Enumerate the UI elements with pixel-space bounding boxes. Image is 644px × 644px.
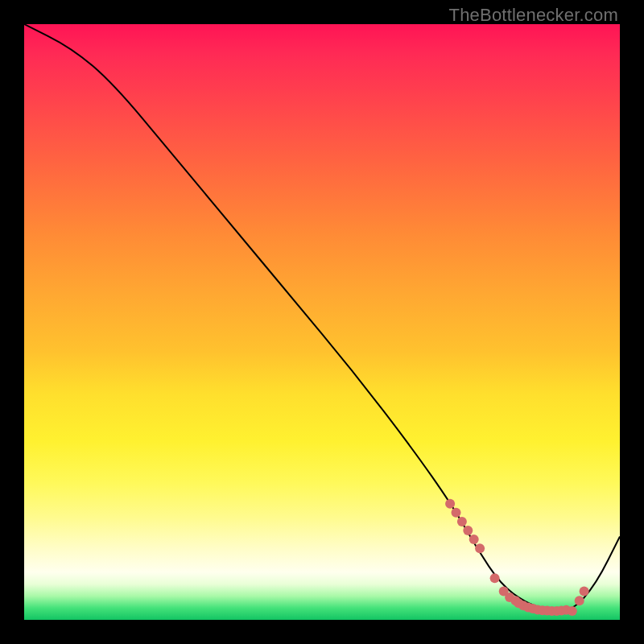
data-marker (463, 526, 473, 535)
chart-frame: TheBottlenecker.com (0, 0, 644, 644)
plot-area (24, 24, 620, 620)
data-marker (580, 587, 589, 597)
attribution-text: TheBottlenecker.com (449, 5, 618, 26)
data-marker (490, 573, 500, 583)
data-marker (475, 543, 485, 553)
data-marker (568, 606, 577, 616)
data-marker (575, 596, 584, 605)
data-marker (469, 535, 479, 544)
data-marker (457, 517, 467, 526)
data-marker (445, 499, 455, 509)
data-markers (445, 499, 589, 616)
chart-svg (24, 24, 620, 620)
data-marker (452, 508, 461, 518)
bottleneck-curve (24, 24, 620, 611)
